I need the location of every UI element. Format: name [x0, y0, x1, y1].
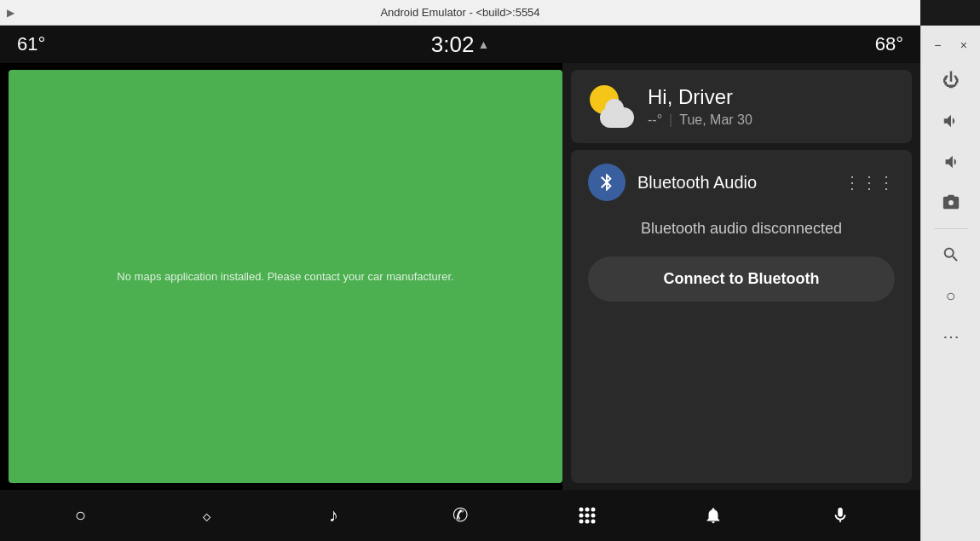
- more-button[interactable]: ⋯: [932, 318, 970, 355]
- svg-point-5: [591, 514, 595, 518]
- svg-point-1: [585, 508, 589, 512]
- greeting-date: Tue, Mar 30: [679, 112, 752, 128]
- svg-point-6: [579, 520, 583, 524]
- power-button[interactable]: ⏻: [932, 61, 970, 99]
- nav-apps[interactable]: [566, 494, 608, 537]
- side-divider-1: [934, 228, 968, 229]
- bluetooth-card: Bluetooth Audio ⋮⋮⋮ Bluetooth audio disc…: [571, 150, 912, 483]
- side-controls: − × ⏻: [920, 26, 980, 541]
- app-icon: ▶: [7, 7, 14, 19]
- bt-title-row: Bluetooth Audio: [588, 164, 757, 201]
- nav-phone[interactable]: ✆: [439, 494, 481, 537]
- nav-home[interactable]: ○: [59, 494, 101, 537]
- weather-icon: [588, 83, 634, 129]
- bottom-nav: ○ ⬦ ♪ ✆: [0, 490, 920, 541]
- minimize-button[interactable]: −: [926, 36, 949, 55]
- bluetooth-title: Bluetooth Audio: [637, 173, 757, 193]
- right-panel: Hi, Driver --° | Tue, Mar 30: [562, 63, 920, 490]
- zoom-button[interactable]: [932, 236, 970, 273]
- divider: |: [669, 112, 672, 128]
- nav-music[interactable]: ♪: [312, 494, 355, 537]
- svg-point-2: [591, 508, 595, 512]
- main-content: No maps application installed. Please co…: [0, 63, 920, 490]
- weather-temp: --°: [648, 112, 662, 128]
- greeting-weather: --° | Tue, Mar 30: [648, 112, 752, 128]
- clock-time: 3:02: [431, 32, 475, 58]
- svg-point-7: [585, 520, 589, 524]
- status-bar: 61° 3:02 ▲ 68°: [0, 26, 920, 63]
- camera-button[interactable]: [932, 184, 970, 222]
- bt-header: Bluetooth Audio ⋮⋮⋮: [588, 164, 895, 201]
- signal-icon: ▲: [477, 37, 489, 51]
- nav-notifications[interactable]: [692, 494, 735, 537]
- connect-bluetooth-button[interactable]: Connect to Bluetooth: [588, 256, 895, 302]
- map-area: No maps application installed. Please co…: [9, 70, 562, 483]
- close-button[interactable]: ×: [953, 36, 976, 55]
- clock-display: 3:02 ▲: [431, 32, 489, 58]
- volume-down-button[interactable]: [932, 143, 970, 181]
- nav-navigation[interactable]: ⬦: [186, 494, 228, 537]
- greeting-name: Hi, Driver: [648, 85, 752, 109]
- svg-point-4: [585, 514, 589, 518]
- bluetooth-icon: [588, 164, 625, 201]
- greeting-text: Hi, Driver --° | Tue, Mar 30: [648, 85, 752, 128]
- svg-point-8: [591, 520, 595, 524]
- map-message: No maps application installed. Please co…: [108, 262, 462, 291]
- nav-voice[interactable]: [819, 494, 862, 537]
- grid-icon[interactable]: ⋮⋮⋮: [844, 172, 895, 193]
- title-bar-text: Android Emulator - <build>:5554: [380, 6, 539, 19]
- volume-up-button[interactable]: [932, 102, 970, 140]
- svg-point-0: [579, 508, 583, 512]
- back-button[interactable]: ○: [932, 277, 970, 314]
- window-controls: − ×: [921, 32, 980, 58]
- bluetooth-status: Bluetooth audio disconnected: [588, 213, 895, 245]
- emulator-screen: 61° 3:02 ▲ 68° No maps application insta…: [0, 26, 920, 541]
- title-bar: ▶ Android Emulator - <build>:5554: [0, 0, 920, 26]
- right-temperature: 68°: [875, 33, 903, 55]
- greeting-card: Hi, Driver --° | Tue, Mar 30: [571, 70, 912, 143]
- svg-point-3: [579, 514, 583, 518]
- cloud-icon: [600, 107, 634, 128]
- left-temperature: 61°: [17, 33, 45, 55]
